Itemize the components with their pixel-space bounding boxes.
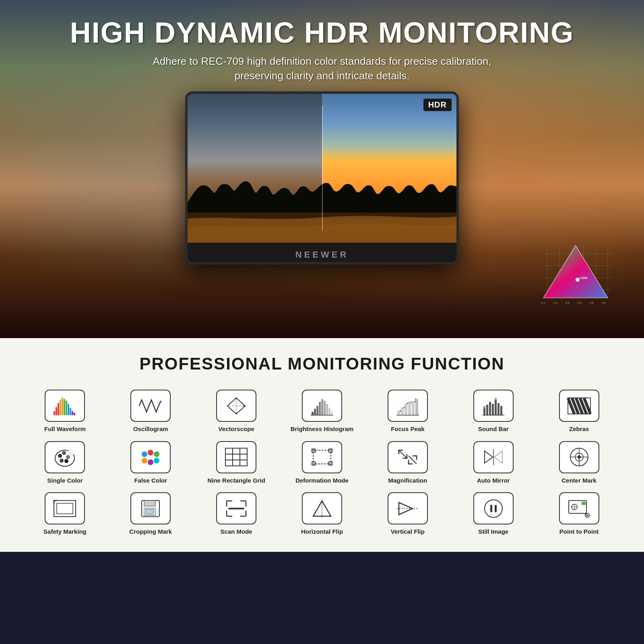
- center-mark-label: Center Mark: [561, 477, 597, 485]
- svg-rect-39: [314, 409, 316, 415]
- svg-rect-130: [582, 502, 586, 505]
- svg-rect-50: [405, 404, 407, 415]
- still-image-icon-box: [473, 492, 514, 524]
- bottom-section: PROFESSIONAL MONITORING FUNCTION: [0, 338, 644, 552]
- svg-point-82: [142, 458, 147, 464]
- svg-rect-42: [321, 399, 323, 415]
- svg-point-76: [66, 455, 70, 459]
- svg-line-95: [399, 450, 407, 458]
- svg-rect-31: [74, 413, 75, 415]
- deformation-svg: [310, 446, 334, 468]
- svg-rect-112: [146, 509, 154, 514]
- zebras-label: Zebras: [569, 425, 589, 433]
- cropping-mark-svg: [138, 497, 163, 520]
- title-area: HIGH DYNAMIC HDR MONITORING Adhere to RE…: [70, 0, 574, 83]
- nine-rectangle-grid-icon-box: [216, 441, 256, 473]
- false-color-svg: [138, 446, 163, 468]
- svg-rect-59: [495, 400, 497, 415]
- nine-grid-svg: [224, 446, 248, 468]
- scan-mode-label: Scan Mode: [221, 528, 252, 536]
- svg-point-78: [64, 459, 68, 463]
- svg-text:0.1: 0.1: [541, 301, 545, 304]
- center-mark-svg: [567, 446, 591, 468]
- magnification-svg: [396, 446, 420, 468]
- feature-nine-rectangle-grid: Nine Rectangle Grid: [196, 441, 277, 485]
- feature-zebras: Zebras: [538, 390, 620, 433]
- vectorscope-label: Vectorscope: [219, 425, 254, 433]
- svg-text:0.3: 0.3: [566, 301, 570, 304]
- zebras-icon-box: [559, 390, 599, 422]
- svg-rect-27: [66, 400, 67, 415]
- sound-bar-svg: [481, 395, 506, 417]
- svg-rect-52: [412, 402, 415, 415]
- svg-rect-60: [497, 403, 500, 415]
- auto-mirror-svg: [481, 446, 506, 468]
- magnification-icon-box: [388, 441, 428, 473]
- full-waveform-label: Full Waveform: [44, 425, 86, 433]
- svg-line-96: [409, 456, 417, 464]
- svg-rect-43: [324, 400, 326, 415]
- still-image-label: Still Image: [478, 528, 508, 536]
- svg-rect-28: [68, 404, 69, 415]
- feature-vectorscope: Vectorscope: [196, 390, 277, 433]
- svg-rect-51: [408, 401, 411, 415]
- brightness-histogram-icon-box: [302, 390, 342, 422]
- horizontal-flip-label: Horizontal Flip: [301, 528, 343, 536]
- feature-safety-marking: Safety Marking: [24, 492, 106, 536]
- svg-point-81: [154, 452, 159, 457]
- svg-text:0.4: 0.4: [578, 301, 582, 304]
- false-color-label: False Color: [134, 477, 167, 485]
- svg-rect-58: [492, 404, 494, 415]
- safety-marking-icon-box: [45, 492, 85, 524]
- svg-rect-38: [312, 412, 314, 415]
- feature-still-image: Still Image: [452, 492, 534, 536]
- monitor-screen: HDR: [188, 94, 456, 243]
- svg-rect-25: [62, 398, 63, 415]
- split-divider: [322, 106, 323, 231]
- svg-rect-22: [56, 407, 57, 415]
- svg-rect-90: [313, 450, 331, 464]
- svg-rect-40: [316, 406, 318, 415]
- svg-point-103: [578, 456, 581, 459]
- magnification-label: Magnification: [388, 477, 427, 485]
- svg-point-83: [148, 460, 153, 465]
- svg-rect-63: [495, 398, 497, 399]
- oscillogram-label: Oscillogram: [133, 425, 168, 433]
- svg-point-80: [148, 450, 153, 456]
- feature-oscillogram: Oscillogram: [110, 390, 192, 433]
- color-triangle: +D65 0.1 0.2 0.3 0.4 0.5 0.6: [539, 242, 612, 306]
- svg-text:0.6: 0.6: [602, 301, 606, 304]
- feature-center-mark: Center Mark: [538, 441, 620, 485]
- cropping-mark-label: Cropping Mark: [129, 528, 172, 536]
- main-title: HIGH DYNAMIC HDR MONITORING: [70, 16, 574, 49]
- full-waveform-icon-box: [45, 390, 85, 422]
- svg-rect-26: [64, 399, 65, 415]
- brightness-histogram-svg: [310, 395, 334, 417]
- svg-rect-44: [326, 404, 328, 415]
- feature-focus-peak: Focus Peak: [367, 390, 448, 433]
- svg-rect-48: [397, 410, 400, 415]
- svg-text:0.5: 0.5: [590, 301, 594, 304]
- feature-cropping-mark: Cropping Mark: [110, 492, 192, 536]
- svg-rect-21: [54, 411, 55, 415]
- full-waveform-svg: [53, 395, 77, 417]
- svg-rect-29: [70, 408, 71, 415]
- svg-rect-128: [495, 505, 497, 512]
- svg-point-126: [485, 500, 502, 517]
- subtitle: Adhere to REC-709 high definition color …: [70, 54, 574, 83]
- deformation-mode-label: Deformation Mode: [295, 477, 349, 485]
- color-gamut-svg: +D65 0.1 0.2 0.3 0.4 0.5 0.6: [539, 242, 612, 306]
- center-mark-icon-box: [559, 441, 599, 473]
- section-title: PROFESSIONAL MONITORING FUNCTION: [24, 354, 620, 374]
- feature-magnification: Magnification: [367, 441, 448, 485]
- svg-rect-41: [319, 402, 321, 415]
- svg-rect-53: [415, 399, 418, 415]
- auto-mirror-icon-box: [473, 441, 514, 473]
- svg-rect-23: [58, 403, 59, 415]
- vertical-flip-svg: [396, 497, 420, 520]
- sound-bar-icon-box: [473, 390, 514, 422]
- horizontal-flip-icon-box: [302, 492, 342, 524]
- svg-point-84: [154, 458, 159, 464]
- feature-brightness-histogram: Brightness Histogram: [281, 390, 363, 433]
- svg-point-74: [58, 454, 62, 458]
